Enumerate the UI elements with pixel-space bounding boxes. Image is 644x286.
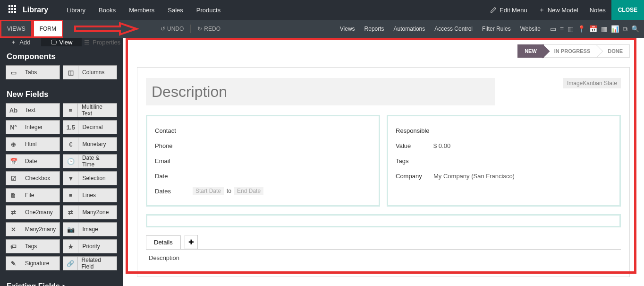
field-tile-html[interactable]: ⊕Html bbox=[6, 137, 60, 151]
tab-details[interactable]: Details bbox=[146, 235, 181, 250]
component-tile-columns[interactable]: ◫Columns bbox=[63, 65, 117, 79]
graph-view-icon[interactable]: 📊 bbox=[611, 25, 619, 33]
tile-icon: 🏷 bbox=[6, 240, 21, 253]
image-kanban-placeholder[interactable]: ImageKanban State bbox=[563, 78, 621, 88]
mode-add[interactable]: ＋Add bbox=[0, 38, 41, 46]
field-tile-tags[interactable]: 🏷Tags bbox=[6, 239, 60, 253]
tile-label: Image bbox=[78, 226, 102, 233]
tile-label: Text bbox=[21, 107, 39, 113]
field-tile-date[interactable]: 📅Date bbox=[6, 154, 60, 168]
value-value: $ 0.00 bbox=[433, 142, 450, 149]
tile-icon: 🕒 bbox=[63, 155, 78, 168]
tile-icon: N° bbox=[6, 121, 21, 134]
list-icon: ☰ bbox=[84, 39, 90, 46]
tile-icon: 1.5 bbox=[63, 121, 78, 134]
menu-sales[interactable]: Sales bbox=[161, 7, 190, 14]
tile-label: Multiline Text bbox=[78, 104, 117, 117]
menu-library[interactable]: Library bbox=[60, 7, 92, 14]
tile-label: Many2one bbox=[78, 209, 112, 216]
field-tile-priority[interactable]: ★Priority bbox=[63, 239, 117, 253]
plus-icon: ✚ bbox=[188, 238, 194, 246]
field-tile-selection[interactable]: ▼Selection bbox=[63, 171, 117, 185]
field-tile-decimal[interactable]: 1.5Decimal bbox=[63, 120, 117, 134]
add-tab-button[interactable]: ✚ bbox=[185, 235, 198, 249]
existing-fields-toggle[interactable]: Existing Fields▸ bbox=[0, 275, 123, 286]
field-tile-many2many[interactable]: ✕Many2many bbox=[6, 222, 60, 236]
menu-members[interactable]: Members bbox=[122, 7, 161, 14]
undo-button[interactable]: ↺UNDO bbox=[158, 26, 186, 32]
redo-button[interactable]: ↻REDO bbox=[195, 26, 223, 32]
tile-label: Integer bbox=[21, 124, 46, 130]
new-model-button[interactable]: ＋New Model bbox=[533, 6, 584, 14]
calendar-view-icon[interactable]: 📅 bbox=[589, 25, 597, 33]
tile-label: Signature bbox=[21, 260, 53, 267]
tile-label: Many2many bbox=[21, 226, 59, 233]
field-tile-date-time[interactable]: 🕒Date & Time bbox=[63, 154, 117, 168]
tile-icon: Ab bbox=[6, 104, 21, 117]
field-tile-checkbox[interactable]: ☑Checkbox bbox=[6, 171, 60, 185]
link-access-control[interactable]: Access Control bbox=[430, 26, 477, 32]
tile-icon: ▼ bbox=[63, 172, 78, 185]
component-tile-tabs[interactable]: ▭Tabs bbox=[6, 65, 60, 79]
field-tile-integer[interactable]: N°Integer bbox=[6, 120, 60, 134]
pivot-view-icon[interactable]: ▦ bbox=[601, 25, 607, 33]
field-tile-image[interactable]: 📷Image bbox=[63, 222, 117, 236]
label-company: Company bbox=[396, 173, 433, 180]
label-date: Date bbox=[155, 173, 193, 180]
dropzone-band[interactable] bbox=[146, 214, 621, 227]
field-tile-multiline-text[interactable]: ≡Multiline Text bbox=[63, 103, 117, 117]
annotation-arrow bbox=[73, 22, 139, 36]
end-date-input[interactable]: End Date bbox=[234, 187, 263, 195]
tile-icon: € bbox=[63, 138, 78, 151]
edit-menu-button[interactable]: Edit Menu bbox=[484, 7, 533, 14]
start-date-input[interactable]: Start Date bbox=[193, 187, 224, 195]
menu-books[interactable]: Books bbox=[92, 7, 122, 14]
tile-label: Lines bbox=[78, 192, 100, 199]
list-view-icon[interactable]: ≡ bbox=[560, 25, 564, 33]
title-input[interactable] bbox=[146, 78, 495, 105]
value-company: My Company (San Francisco) bbox=[433, 173, 515, 180]
tile-label: Tabs bbox=[21, 69, 41, 76]
mode-properties[interactable]: ☰Properties bbox=[82, 38, 123, 46]
description-field-label: Description bbox=[149, 254, 618, 261]
tile-icon: ☑ bbox=[6, 172, 21, 185]
form-view-icon[interactable]: ▭ bbox=[550, 25, 556, 33]
tile-label: Checkbox bbox=[21, 175, 54, 182]
tile-label: Date bbox=[21, 158, 41, 165]
apps-grid-icon[interactable] bbox=[8, 5, 18, 15]
field-tile-many2one[interactable]: ⇄Many2one bbox=[63, 205, 117, 219]
dates-to-separator: to bbox=[227, 188, 231, 194]
activity-view-icon[interactable]: ⧉ bbox=[623, 25, 627, 33]
status-in-progress[interactable]: IN PROGRESS bbox=[544, 44, 597, 58]
link-automations[interactable]: Automations bbox=[389, 26, 430, 32]
label-tags: Tags bbox=[396, 157, 433, 165]
link-website[interactable]: Website bbox=[516, 26, 545, 32]
field-tile-related-field[interactable]: 🔗Related Field bbox=[63, 256, 117, 270]
field-tile-lines[interactable]: ≡Lines bbox=[63, 188, 117, 202]
tile-icon: ≡ bbox=[63, 189, 78, 202]
mode-view[interactable]: 🖵View bbox=[41, 38, 82, 46]
tile-icon: 🗎 bbox=[6, 189, 21, 202]
field-tile-file[interactable]: 🗎File bbox=[6, 188, 60, 202]
search-view-icon[interactable]: 🔍 bbox=[631, 25, 639, 33]
menu-products[interactable]: Products bbox=[190, 7, 227, 14]
map-view-icon[interactable]: 📍 bbox=[577, 25, 585, 33]
status-new[interactable]: NEW bbox=[517, 44, 544, 58]
link-reports[interactable]: Reports bbox=[360, 26, 389, 32]
monitor-icon: 🖵 bbox=[51, 39, 57, 46]
link-filter-rules[interactable]: Filter Rules bbox=[477, 26, 516, 32]
views-tab[interactable]: VIEWS bbox=[0, 20, 33, 38]
notes-button[interactable]: Notes bbox=[584, 7, 611, 14]
field-tile-one2many[interactable]: ⇄One2many bbox=[6, 205, 60, 219]
form-tab[interactable]: FORM bbox=[33, 20, 63, 38]
field-tile-monetary[interactable]: €Monetary bbox=[63, 137, 117, 151]
field-tile-text[interactable]: AbText bbox=[6, 103, 60, 117]
kanban-view-icon[interactable]: ▥ bbox=[568, 25, 574, 33]
field-tile-signature[interactable]: ✎Signature bbox=[6, 256, 60, 270]
tile-icon: 📅 bbox=[6, 155, 21, 168]
link-views[interactable]: Views bbox=[335, 26, 360, 32]
tile-icon: ◫ bbox=[63, 66, 78, 79]
close-button[interactable]: CLOSE bbox=[611, 0, 644, 20]
new-fields-heading: New Fields bbox=[0, 84, 123, 103]
tile-label: Tags bbox=[21, 243, 41, 250]
